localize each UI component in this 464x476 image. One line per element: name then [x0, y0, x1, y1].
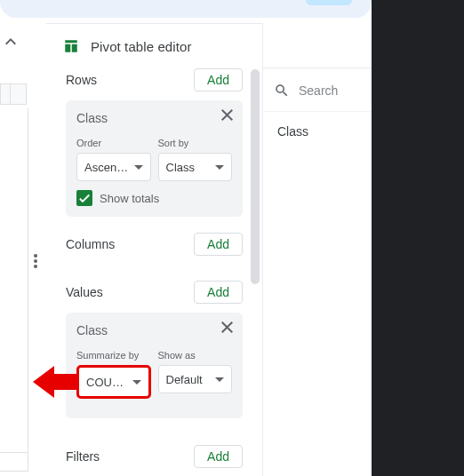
- collapse-sidebar-button[interactable]: [0, 31, 21, 52]
- filters-section: Filters Add: [46, 429, 262, 476]
- add-rows-button[interactable]: Add: [194, 68, 243, 91]
- sortby-value: Class: [166, 161, 196, 174]
- field-item-class[interactable]: Class: [263, 112, 372, 151]
- order-label: Order: [76, 138, 151, 148]
- show-totals-label: Show totals: [100, 192, 159, 205]
- sheet-cell[interactable]: [0, 453, 28, 472]
- order-select[interactable]: Ascen…: [76, 153, 151, 181]
- history-pill: [306, 0, 352, 5]
- pivot-editor-panel: Pivot table editor Rows Add Class Order …: [46, 23, 263, 476]
- values-card-title: Class: [76, 323, 232, 337]
- spreadsheet-edge: [0, 83, 28, 465]
- order-value: Ascen…: [84, 161, 128, 174]
- show-totals-row[interactable]: Show totals: [76, 190, 232, 206]
- svg-point-2: [34, 265, 37, 268]
- close-icon: [221, 109, 234, 122]
- remove-values-class-button[interactable]: [221, 321, 234, 337]
- search-placeholder: Search: [299, 83, 338, 98]
- add-values-button[interactable]: Add: [194, 281, 243, 304]
- show-totals-checkbox[interactable]: [76, 190, 92, 206]
- sheet-header-cell: [11, 83, 27, 105]
- showas-value: Default: [166, 373, 203, 386]
- columns-overflow-button[interactable]: [30, 250, 41, 275]
- pivot-table-icon: [62, 38, 80, 54]
- chevron-up-icon: [5, 38, 16, 45]
- columns-section: Columns Add: [46, 227, 262, 275]
- annotation-arrow-icon: [33, 366, 79, 398]
- rows-section: Rows Add Class Order Ascen… Sort by: [46, 63, 262, 227]
- offscreen-area: [372, 0, 464, 476]
- columns-label: Columns: [66, 237, 115, 251]
- editor-scrollbar[interactable]: [251, 69, 260, 284]
- checkmark-icon: [79, 194, 90, 202]
- showas-select[interactable]: Default: [158, 365, 233, 393]
- fields-search[interactable]: Search: [263, 68, 372, 112]
- caret-down-icon: [215, 377, 224, 382]
- caret-down-icon: [134, 165, 143, 170]
- sortby-label: Sort by: [158, 138, 233, 148]
- summarize-label: Summarize by: [76, 350, 151, 361]
- add-columns-button[interactable]: Add: [194, 233, 243, 256]
- sortby-select[interactable]: Class: [158, 153, 233, 181]
- caret-down-icon: [132, 380, 141, 385]
- sheet-header-cell: [0, 83, 11, 105]
- summarize-highlight: COUN…: [76, 365, 151, 399]
- values-section: Values Add Class Summarize by COUN…: [46, 275, 262, 429]
- add-filters-button[interactable]: Add: [194, 445, 243, 468]
- search-icon: [274, 83, 290, 99]
- fields-panel: Search Class: [263, 67, 372, 476]
- editor-header: Pivot table editor: [46, 24, 262, 63]
- more-vert-icon: [34, 254, 37, 268]
- values-card-class: Class Summarize by COUN… Show as: [66, 313, 243, 418]
- sheet-cell[interactable]: [0, 108, 28, 453]
- summarize-select[interactable]: COUN…: [79, 368, 148, 396]
- showas-label: Show as: [158, 350, 233, 361]
- svg-point-0: [34, 254, 37, 258]
- caret-down-icon: [215, 165, 224, 170]
- close-icon: [221, 321, 234, 334]
- rows-card-class: Class Order Ascen… Sort by Class: [66, 100, 243, 217]
- remove-rows-class-button[interactable]: [221, 109, 234, 125]
- summarize-value: COUN…: [86, 376, 129, 389]
- svg-point-1: [34, 259, 37, 263]
- values-label: Values: [66, 285, 103, 299]
- editor-title: Pivot table editor: [91, 39, 192, 54]
- rows-label: Rows: [66, 73, 97, 87]
- filters-label: Filters: [66, 449, 100, 464]
- rows-card-title: Class: [76, 111, 232, 125]
